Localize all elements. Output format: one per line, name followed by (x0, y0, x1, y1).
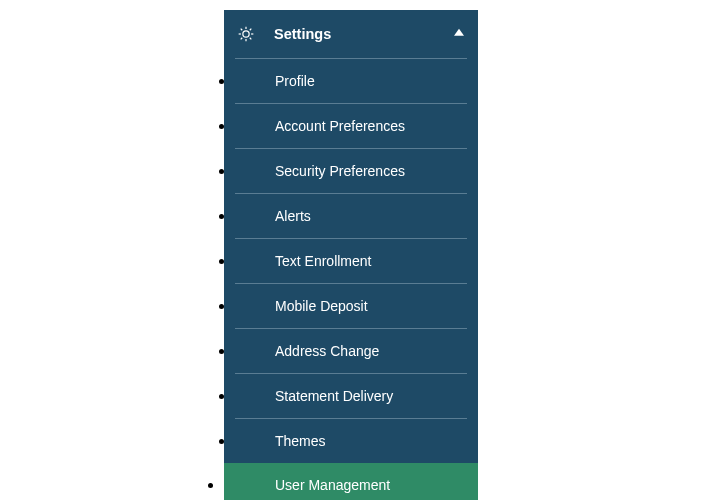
menu-item-label: Account Preferences (275, 118, 405, 134)
menu-item-label: Profile (275, 73, 315, 89)
settings-menu-items: ProfileAccount PreferencesSecurity Prefe… (224, 58, 478, 500)
menu-item-profile[interactable]: Profile (235, 58, 467, 103)
menu-item-address-change[interactable]: Address Change (235, 328, 467, 373)
menu-item-label: Themes (275, 433, 326, 449)
svg-point-0 (243, 31, 249, 37)
menu-item-themes[interactable]: Themes (235, 418, 467, 463)
menu-item-label: Mobile Deposit (275, 298, 368, 314)
settings-menu-title: Settings (274, 26, 331, 42)
gear-icon (236, 24, 256, 44)
svg-line-6 (250, 38, 252, 40)
menu-item-label: Statement Delivery (275, 388, 393, 404)
menu-item-security-preferences[interactable]: Security Preferences (235, 148, 467, 193)
menu-item-label: Security Preferences (275, 163, 405, 179)
menu-item-statement-delivery[interactable]: Statement Delivery (235, 373, 467, 418)
svg-line-5 (241, 29, 243, 31)
menu-item-label: Alerts (275, 208, 311, 224)
settings-menu: Settings ProfileAccount PreferencesSecur… (224, 10, 478, 500)
settings-menu-header[interactable]: Settings (224, 10, 478, 58)
menu-item-alerts[interactable]: Alerts (235, 193, 467, 238)
menu-item-label: Text Enrollment (275, 253, 371, 269)
menu-item-account-preferences[interactable]: Account Preferences (235, 103, 467, 148)
menu-item-user-management[interactable]: User Management (224, 463, 478, 500)
menu-item-label: Address Change (275, 343, 379, 359)
menu-item-label: User Management (275, 477, 390, 493)
menu-item-mobile-deposit[interactable]: Mobile Deposit (235, 283, 467, 328)
menu-item-text-enrollment[interactable]: Text Enrollment (235, 238, 467, 283)
caret-up-icon (454, 29, 464, 36)
svg-line-8 (241, 38, 243, 40)
svg-line-7 (250, 29, 252, 31)
